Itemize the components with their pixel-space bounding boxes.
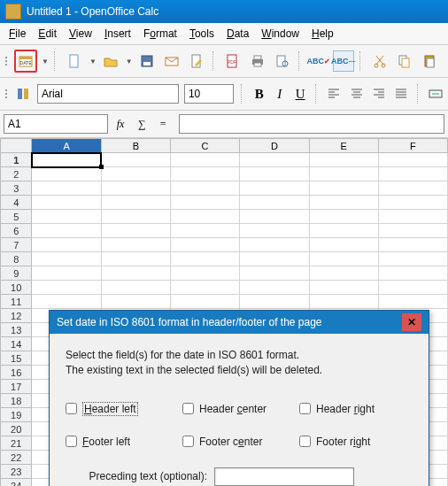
cell[interactable] <box>32 153 101 167</box>
cell[interactable] <box>378 153 447 167</box>
auto-spellcheck-icon[interactable]: ABC~~ <box>333 50 354 72</box>
row-header[interactable]: 23 <box>1 465 32 479</box>
menu-data[interactable]: Data <box>221 26 254 42</box>
row-header[interactable]: 14 <box>1 337 32 351</box>
align-center-icon[interactable] <box>348 83 365 104</box>
header-left-checkbox[interactable]: Header left <box>66 402 179 416</box>
row-header[interactable]: 20 <box>1 422 32 436</box>
cell[interactable] <box>101 295 170 309</box>
cut-icon[interactable] <box>369 50 390 72</box>
cell[interactable] <box>101 153 170 167</box>
cell[interactable] <box>378 238 447 252</box>
cell[interactable] <box>240 196 309 210</box>
cell[interactable] <box>32 252 101 266</box>
save-icon[interactable] <box>136 50 158 72</box>
align-right-icon[interactable] <box>370 83 387 104</box>
row-header[interactable]: 6 <box>1 224 32 238</box>
select-all-corner[interactable] <box>1 139 32 153</box>
cell[interactable] <box>32 181 101 196</box>
column-header[interactable]: F <box>378 139 447 153</box>
cell[interactable] <box>170 238 239 252</box>
cell[interactable] <box>309 181 378 196</box>
cell[interactable] <box>309 167 378 181</box>
row-header[interactable]: 24 <box>1 479 32 487</box>
edit-document-icon[interactable] <box>186 50 207 72</box>
cell[interactable] <box>240 252 309 266</box>
cell[interactable] <box>378 295 447 309</box>
cell[interactable] <box>32 196 101 210</box>
cell[interactable] <box>378 266 447 281</box>
spellcheck-icon[interactable]: ABC✔ <box>308 50 329 72</box>
row-header[interactable]: 5 <box>1 210 32 224</box>
footer-left-checkbox[interactable]: Footer left <box>66 436 179 448</box>
row-header[interactable]: 2 <box>1 167 32 181</box>
cell[interactable] <box>309 295 378 309</box>
cell[interactable] <box>240 167 309 181</box>
cell[interactable] <box>309 281 378 295</box>
font-size-input[interactable] <box>184 84 234 104</box>
row-header[interactable]: 18 <box>1 394 32 408</box>
cell[interactable] <box>170 153 239 167</box>
cell[interactable] <box>101 252 170 266</box>
export-pdf-icon[interactable]: PDF <box>222 50 243 72</box>
menu-edit[interactable]: Edit <box>33 26 62 42</box>
cell[interactable] <box>240 181 309 196</box>
cell[interactable] <box>240 224 309 238</box>
menu-format[interactable]: Format <box>138 26 182 42</box>
row-header[interactable]: 12 <box>1 309 32 323</box>
cell[interactable] <box>240 238 309 252</box>
italic-button[interactable]: I <box>272 84 287 104</box>
dropdown-arrow-icon[interactable]: ▼ <box>89 58 97 66</box>
row-header[interactable]: 10 <box>1 281 32 295</box>
toolbar-grip[interactable] <box>4 84 8 104</box>
underline-button[interactable]: U <box>292 84 307 104</box>
cell[interactable] <box>170 196 239 210</box>
row-header[interactable]: 22 <box>1 451 32 465</box>
close-icon[interactable]: ✕ <box>402 313 421 331</box>
column-header[interactable]: B <box>101 139 170 153</box>
column-header[interactable]: A <box>32 139 101 153</box>
cell[interactable] <box>170 181 239 196</box>
cell[interactable] <box>101 196 170 210</box>
cell[interactable] <box>170 266 239 281</box>
print-icon[interactable] <box>247 50 268 72</box>
menu-view[interactable]: View <box>64 26 97 42</box>
row-header[interactable]: 11 <box>1 295 32 309</box>
cell[interactable] <box>378 196 447 210</box>
cell[interactable] <box>101 266 170 281</box>
cell[interactable] <box>32 295 101 309</box>
cell[interactable] <box>101 181 170 196</box>
row-header[interactable]: 1 <box>1 153 32 167</box>
menu-insert[interactable]: Insert <box>99 26 136 42</box>
new-document-icon[interactable] <box>64 50 85 72</box>
cell[interactable] <box>170 210 239 224</box>
cell[interactable] <box>170 167 239 181</box>
dialog-titlebar[interactable]: Set date in ISO 8601 format in header/fo… <box>50 311 429 334</box>
cell[interactable] <box>32 266 101 281</box>
cell-reference-input[interactable] <box>4 114 108 134</box>
cell[interactable] <box>170 224 239 238</box>
header-center-checkbox[interactable]: Header center <box>182 402 296 416</box>
cell[interactable] <box>378 224 447 238</box>
bold-button[interactable]: B <box>251 84 266 104</box>
column-header[interactable]: E <box>309 139 378 153</box>
cell[interactable] <box>170 295 239 309</box>
cell[interactable] <box>240 295 309 309</box>
email-icon[interactable] <box>161 50 182 72</box>
column-header[interactable]: D <box>240 139 309 153</box>
cell[interactable] <box>101 238 170 252</box>
cell[interactable] <box>309 266 378 281</box>
footer-right-checkbox[interactable]: Footer right <box>299 436 413 448</box>
row-header[interactable]: 17 <box>1 380 32 394</box>
cell[interactable] <box>378 167 447 181</box>
row-header[interactable]: 15 <box>1 351 32 366</box>
cell[interactable] <box>101 281 170 295</box>
cell[interactable] <box>378 210 447 224</box>
align-left-icon[interactable] <box>326 83 343 104</box>
row-header[interactable]: 3 <box>1 181 32 196</box>
cell[interactable] <box>378 252 447 266</box>
cell[interactable] <box>309 224 378 238</box>
row-header[interactable]: 13 <box>1 323 32 337</box>
justify-icon[interactable] <box>392 83 409 104</box>
font-name-input[interactable] <box>37 84 179 104</box>
